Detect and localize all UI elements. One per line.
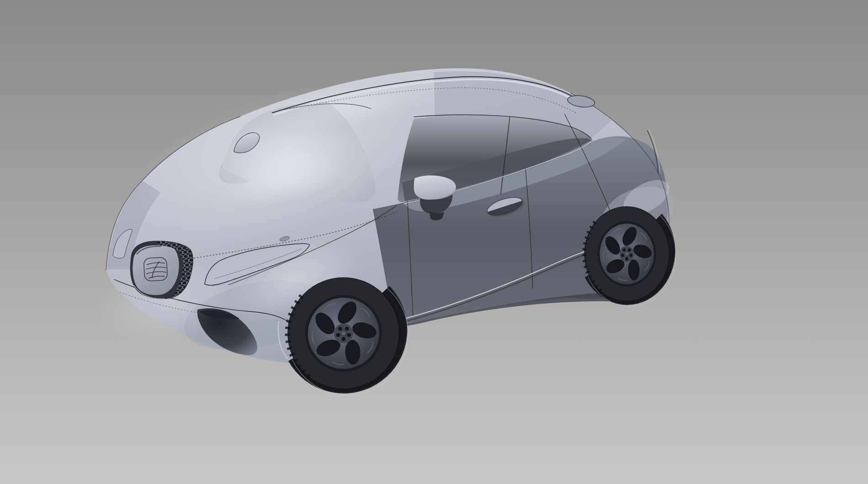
cad-viewport[interactable]	[0, 0, 868, 484]
grille	[131, 241, 193, 299]
rear-wheel	[584, 206, 676, 306]
grille-inner-panel	[132, 245, 179, 295]
front-wheel	[288, 278, 408, 395]
